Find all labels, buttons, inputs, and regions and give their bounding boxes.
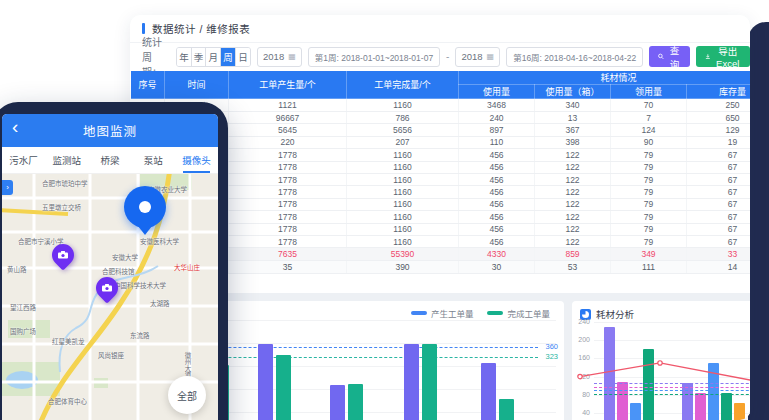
map-label: 风尚银座 xyxy=(98,350,124,360)
map-label: 中国科学技术大学 xyxy=(114,280,166,290)
y-axis-tick: 160 xyxy=(572,354,590,361)
y-axis-tick: 80 xyxy=(572,391,590,398)
filter-bar: 统计周期： 年季月周日 2018 ▦ 第1周: 2018-01-01~2018-… xyxy=(130,43,750,70)
sub-col-header: 使用量（箱） xyxy=(535,85,611,99)
tab-桥梁[interactable]: 桥梁 xyxy=(88,147,131,173)
consumable-bar[interactable] xyxy=(734,403,745,420)
map-label: 望江西路 xyxy=(10,302,36,312)
period-option-日[interactable]: 日 xyxy=(236,48,250,66)
selected-camera-pin[interactable] xyxy=(124,186,166,228)
page: 数据统计 / 维修报表 统计周期： 年季月周日 2018 ▦ 第1周: 2018… xyxy=(0,0,769,420)
calendar-icon: ▦ xyxy=(487,52,495,61)
col-header: 时间 xyxy=(165,71,229,99)
map-label: 合肥市琥珀中学 xyxy=(42,178,88,188)
sub-col-header: 库存量 xyxy=(687,85,751,99)
period-option-月[interactable]: 月 xyxy=(206,48,221,66)
map-label: 合肥科技馆 xyxy=(102,266,135,276)
consumable-bar[interactable] xyxy=(643,349,654,420)
bar-完成工单量[interactable] xyxy=(499,399,514,420)
map-label: 安徽大学 xyxy=(112,252,138,262)
bar-产生工单量[interactable] xyxy=(258,344,273,420)
consumable-bar[interactable] xyxy=(695,393,706,420)
table-header: 序号时间工单产生量/个工单完成量/个耗材情况使用量使用量（箱）领用量库存量 xyxy=(131,71,751,99)
tab-监测站[interactable]: 监测站 xyxy=(45,147,88,173)
consumable-bar[interactable] xyxy=(682,383,693,420)
map-label: 太湖路 xyxy=(150,298,170,308)
table-row: 12014年11211160346834070250 xyxy=(131,99,751,112)
period-option-季[interactable]: 季 xyxy=(192,48,207,66)
tab-摄像头[interactable]: 摄像头 xyxy=(175,147,218,173)
tab-污水厂[interactable]: 污水厂 xyxy=(2,147,45,173)
bar-产生工单量[interactable] xyxy=(481,363,496,420)
consumable-bar[interactable] xyxy=(604,327,615,420)
sub-col-header: 使用量 xyxy=(459,85,535,99)
map-label: 东流路 xyxy=(130,330,150,340)
consumable-bar[interactable] xyxy=(708,363,719,420)
backdrop-panel xyxy=(748,22,769,420)
breadcrumb-accent-bar xyxy=(142,23,145,34)
map-view[interactable]: 合肥市琥珀中学安徽农业大学五里墩立交桥合肥市宁溪小学安徽医科大学安徽大学合肥科技… xyxy=(2,174,218,420)
map-label: 黄山路 xyxy=(7,264,27,274)
map-label: 红星美凯龙 xyxy=(52,336,85,346)
week-to-input[interactable]: 第16周: 2018-04-16~2018-04-22 xyxy=(506,47,643,67)
camera-icon xyxy=(102,284,112,292)
y-axis-tick: 200 xyxy=(572,336,590,343)
expand-panel-button[interactable]: › xyxy=(2,180,13,195)
consumable-bar[interactable] xyxy=(721,393,732,420)
download-icon xyxy=(705,52,711,61)
query-button[interactable]: 查询 xyxy=(649,46,690,67)
period-option-周[interactable]: 周 xyxy=(221,48,236,66)
map-label: 五里墩立交桥 xyxy=(42,202,81,212)
bar-产生工单量[interactable] xyxy=(330,385,345,420)
y-axis-tick: 240 xyxy=(572,318,590,325)
consumable-bar[interactable] xyxy=(630,403,641,420)
consumable-chart-card: 耗材分析 2402001601208040 xyxy=(572,301,750,420)
phone-mockup: ‹ 地图监测 污水厂监测站桥梁泵站摄像头 xyxy=(0,102,228,420)
group-header: 耗材情况 xyxy=(459,71,751,85)
map-label: 徽州大道 xyxy=(182,352,192,378)
week-from-input[interactable]: 第1周: 2018-01-01~2018-01-07 xyxy=(308,47,440,67)
period-segmented-control: 年季月周日 xyxy=(176,47,251,67)
period-option-年[interactable]: 年 xyxy=(177,48,192,66)
col-header: 工单完成量/个 xyxy=(347,71,459,99)
breadcrumb: 数据统计 / 维修报表 xyxy=(130,15,750,43)
sub-col-header: 领用量 xyxy=(611,85,687,99)
bar-完成工单量[interactable] xyxy=(348,384,363,420)
col-header: 工单产生量/个 xyxy=(229,71,347,99)
year-to-select[interactable]: 2018 ▦ xyxy=(455,47,500,67)
search-icon xyxy=(658,52,664,61)
map-label: 合肥体育中心 xyxy=(48,396,87,406)
y-axis-tick: 120 xyxy=(572,373,590,380)
year-from-select[interactable]: 2018 ▦ xyxy=(257,47,302,67)
bar-完成工单量[interactable] xyxy=(276,355,291,420)
bar-完成工单量[interactable] xyxy=(422,344,437,420)
map-label: 国购广场 xyxy=(10,326,36,336)
calendar-icon: ▦ xyxy=(288,52,296,61)
map-label: 大华山庄 xyxy=(174,262,200,272)
col-header: 序号 xyxy=(131,71,165,99)
tab-泵站[interactable]: 泵站 xyxy=(132,147,175,173)
phone-title: 地图监测 xyxy=(83,121,137,140)
all-filter-button[interactable]: 全部 xyxy=(168,376,206,414)
consumable-chart-plot: 2402001601208040 xyxy=(572,301,750,420)
phone-tab-bar: 污水厂监测站桥梁泵站摄像头 xyxy=(2,147,218,174)
y-axis-tick: 40 xyxy=(572,409,590,416)
export-excel-button[interactable]: 导出Excel xyxy=(696,46,750,67)
camera-icon xyxy=(58,251,68,259)
phone-screen: ‹ 地图监测 污水厂监测站桥梁泵站摄像头 xyxy=(2,114,218,420)
back-chevron-icon[interactable]: ‹ xyxy=(12,116,18,138)
phone-header: ‹ 地图监测 xyxy=(2,114,218,147)
range-separator: - xyxy=(446,51,449,62)
map-label: 安徽医科大学 xyxy=(140,236,179,246)
bar-产生工单量[interactable] xyxy=(404,344,419,420)
